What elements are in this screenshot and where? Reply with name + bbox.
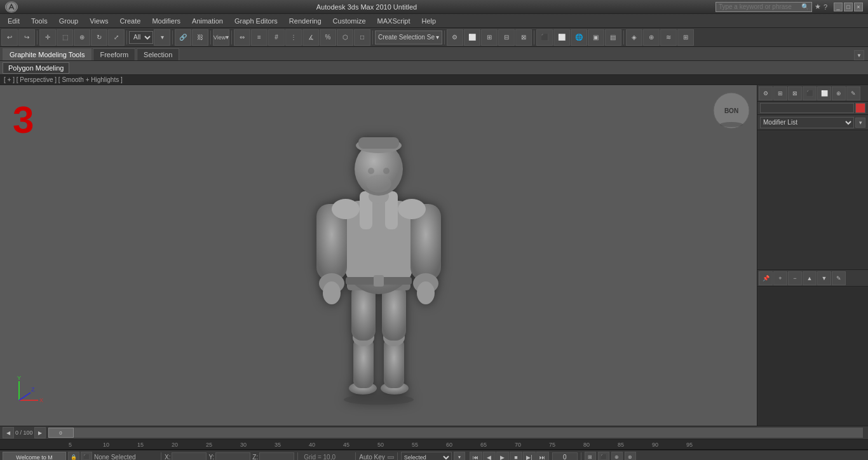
auto-key-button[interactable] [388,456,394,459]
restore-button[interactable]: □ [844,3,853,11]
rp-btn-6[interactable]: ⊕ [832,86,846,100]
menu-rendering[interactable]: Rendering [284,16,327,26]
stop-btn[interactable]: ■ [510,452,522,461]
angle-snap[interactable]: ∡ [302,29,319,46]
viewport-controls-btn[interactable]: ⊞ [585,452,596,461]
color-swatch[interactable] [855,103,865,113]
tab-graphite-modeling[interactable]: Graphite Modeling Tools [3,48,92,60]
tab-freeform[interactable]: Freeform [93,48,135,60]
rp-move-up-btn[interactable]: ▲ [803,271,817,285]
render-type-1[interactable]: ⬛ [536,29,553,46]
render-type-4[interactable]: ▣ [588,29,604,46]
menu-views[interactable]: Views [85,16,113,26]
extra-tool-1[interactable]: ◈ [626,29,642,46]
menu-create[interactable]: Create [114,16,146,26]
select-button[interactable]: ✛ [39,29,56,46]
menu-group[interactable]: Group [54,16,84,26]
x-input[interactable] [172,452,207,461]
timeline-slider[interactable]: 0 [48,428,863,438]
menu-animation[interactable]: Animation [187,16,228,26]
view-select[interactable]: View▾ [213,29,229,46]
close-button[interactable]: × [854,3,863,11]
select-region-button[interactable]: ⬚ [57,29,73,46]
link-button[interactable]: 🔗 [175,29,191,46]
object-name-input[interactable] [760,103,854,113]
help-icon[interactable]: ? [824,3,827,11]
move-button[interactable]: ⊕ [74,29,90,46]
rp-btn-1[interactable]: ⚙ [759,86,773,100]
rp-move-down-btn[interactable]: ▼ [817,271,831,285]
minimize-button[interactable]: _ [834,3,843,11]
named-sel-5[interactable]: ⊠ [515,29,532,46]
menu-customize[interactable]: Customize [328,16,371,26]
menu-help[interactable]: Help [417,16,442,26]
render-type-5[interactable]: ▤ [605,29,621,46]
selected-dropdown-btn[interactable]: ▾ [454,452,465,461]
y-input[interactable] [215,452,250,461]
selected-dropdown[interactable]: Selected [401,452,452,461]
modifier-list-select[interactable]: Modifier List [760,117,854,128]
search-input[interactable] [719,3,801,10]
next-frame-btn[interactable]: ▶| [523,452,536,461]
rp-pin-btn[interactable]: 📌 [759,271,773,285]
percent-snap[interactable]: % [320,29,336,46]
play-btn[interactable]: ▶ [496,452,509,461]
filter-btn[interactable]: ⬛ [81,452,92,461]
snap-toggle[interactable]: ⋮ [285,29,302,46]
extra-btn-1[interactable]: ⊕ [611,452,623,461]
rp-btn-4[interactable]: ⬛ [803,86,817,100]
timeline-prev-btn[interactable]: ◀ [3,427,14,438]
filter-button[interactable]: ▾ [154,29,170,46]
layer-select[interactable]: All [129,31,153,44]
view-cube-btn[interactable]: ⬛ [598,452,609,461]
undo-button[interactable]: ↩ [1,29,18,46]
extra-tool-4[interactable]: ⊞ [677,29,694,46]
nav-gizmo[interactable]: BON [712,91,750,130]
ribbon-pin-button[interactable]: ▼ [854,50,864,60]
create-selection-button[interactable]: Create Selection Se ▾ [375,30,442,44]
extra-btn-2[interactable]: ⊗ [625,452,636,461]
menu-maxscript[interactable]: MAXScript [372,16,416,26]
align-button[interactable]: ≡ [251,29,268,46]
rotate-button[interactable]: ↻ [91,29,107,46]
menu-modifiers[interactable]: Modifiers [147,16,186,26]
named-sel-4[interactable]: ⊟ [498,29,515,46]
search-box[interactable]: 🔍 [715,2,812,12]
go-end-btn[interactable]: ⏭ [536,452,549,461]
bookmark-icon[interactable]: ★ [815,3,821,11]
rp-add-btn[interactable]: + [773,271,787,285]
rp-copy-btn[interactable]: ✎ [832,271,846,285]
scale-button[interactable]: ⤢ [108,29,125,46]
prev-frame-btn[interactable]: ◀ [483,452,496,461]
timeline-next-btn[interactable]: ▶ [34,427,46,438]
unlink-button[interactable]: ⛓ [192,29,208,46]
array-button[interactable]: # [268,29,285,46]
rp-btn-7[interactable]: ✎ [846,86,860,100]
go-start-btn[interactable]: ⏮ [470,452,482,461]
extra-tool-3[interactable]: ≋ [660,29,677,46]
rp-btn-3[interactable]: ⊠ [788,86,802,100]
subtab-polygon-modeling[interactable]: Polygon Modeling [3,62,69,74]
render-setup[interactable]: □ [354,29,370,46]
lock-selected-btn[interactable]: 🔒 [68,452,79,461]
menu-edit[interactable]: Edit [3,16,25,26]
named-sel-1[interactable]: ⚙ [447,29,463,46]
mirror-button[interactable]: ⇔ [234,29,250,46]
rp-btn-2[interactable]: ⊞ [773,86,787,100]
menu-tools[interactable]: Tools [26,16,53,26]
menu-graph-editors[interactable]: Graph Editors [229,16,283,26]
timeline-slider-thumb[interactable]: 0 [48,428,74,438]
spinner-snap[interactable]: ⬡ [337,29,353,46]
redo-button[interactable]: ↪ [18,29,35,46]
modifier-dropdown-btn[interactable]: ▾ [855,118,865,128]
render-type-3[interactable]: 🌐 [571,29,587,46]
render-type-2[interactable]: ⬜ [553,29,570,46]
named-sel-3[interactable]: ⊞ [481,29,498,46]
z-input[interactable] [259,452,294,461]
rp-btn-5[interactable]: ⬜ [817,86,831,100]
named-sel-2[interactable]: ⬜ [464,29,480,46]
tab-selection[interactable]: Selection [137,48,179,60]
extra-tool-2[interactable]: ⊕ [643,29,660,46]
time-input[interactable] [552,452,578,461]
rp-delete-btn[interactable]: − [788,271,802,285]
